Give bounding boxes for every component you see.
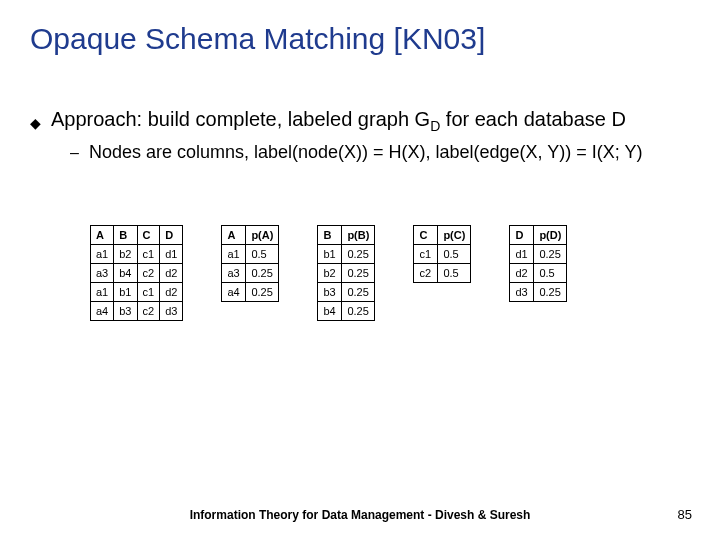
slide-footer: Information Theory for Data Management -… — [0, 508, 720, 522]
table-header: p(A) — [246, 226, 279, 245]
table-row: a40.25 — [222, 283, 279, 302]
table-cell: 0.25 — [342, 283, 375, 302]
table-cell: 0.25 — [342, 245, 375, 264]
table-row: a4b3c2d3 — [91, 302, 183, 321]
table-cell: 0.5 — [534, 264, 567, 283]
slide-title: Opaque Schema Matching [KN03] — [30, 22, 485, 56]
table-cell: d2 — [160, 264, 183, 283]
bullet-1-text: Approach: build complete, labeled graph … — [51, 108, 626, 134]
table-cell: 0.25 — [342, 302, 375, 321]
table-row: a3b4c2d2 — [91, 264, 183, 283]
table-cell: b1 — [114, 283, 137, 302]
table-cell: 0.5 — [438, 245, 471, 264]
table-cell: b2 — [114, 245, 137, 264]
table-cell: d1 — [510, 245, 534, 264]
table-cell: b3 — [114, 302, 137, 321]
table-cell: a1 — [91, 245, 114, 264]
prob-table-a: Ap(A)a10.5a30.25a40.25 — [221, 225, 279, 302]
bullet-1-subscript: D — [430, 118, 440, 134]
table-cell: c1 — [414, 245, 438, 264]
subbullet-1-text: Nodes are columns, label(node(X)) = H(X)… — [89, 142, 643, 163]
table-cell: d2 — [160, 283, 183, 302]
table-header: C — [137, 226, 160, 245]
table-cell: d3 — [510, 283, 534, 302]
table-cell: b4 — [114, 264, 137, 283]
bullet-1-pre: Approach: build complete, labeled graph … — [51, 108, 430, 130]
bullet-1-post: for each database D — [440, 108, 626, 130]
table-row: b40.25 — [318, 302, 375, 321]
table-header: A — [91, 226, 114, 245]
table-row: b20.25 — [318, 264, 375, 283]
table-cell: c1 — [137, 283, 160, 302]
table-cell: a3 — [91, 264, 114, 283]
table-cell: b4 — [318, 302, 342, 321]
table-row: d30.25 — [510, 283, 567, 302]
page-number: 85 — [678, 507, 692, 522]
dash-icon: – — [70, 144, 79, 162]
table-cell: b3 — [318, 283, 342, 302]
table-cell: 0.25 — [534, 245, 567, 264]
subbullet-1: – Nodes are columns, label(node(X)) = H(… — [70, 142, 642, 163]
table-header: p(C) — [438, 226, 471, 245]
table-cell: 0.25 — [342, 264, 375, 283]
table-cell: c2 — [137, 264, 160, 283]
prob-table-b: Bp(B)b10.25b20.25b30.25b40.25 — [317, 225, 375, 321]
main-data-table: ABCDa1b2c1d1a3b4c2d2a1b1c1d2a4b3c2d3 — [90, 225, 183, 321]
table-row: d10.25 — [510, 245, 567, 264]
table-header: D — [160, 226, 183, 245]
table-row: b10.25 — [318, 245, 375, 264]
table-cell: b2 — [318, 264, 342, 283]
table-cell: a4 — [91, 302, 114, 321]
diamond-icon: ◆ — [30, 116, 41, 130]
table-header: B — [318, 226, 342, 245]
table-header: B — [114, 226, 137, 245]
table-row: d20.5 — [510, 264, 567, 283]
tables-container: ABCDa1b2c1d1a3b4c2d2a1b1c1d2a4b3c2d3 Ap(… — [90, 225, 690, 321]
prob-table-c: Cp(C)c10.5c20.5 — [413, 225, 471, 283]
table-row: a30.25 — [222, 264, 279, 283]
table-header: D — [510, 226, 534, 245]
table-header: A — [222, 226, 246, 245]
table-header: C — [414, 226, 438, 245]
table-cell: a3 — [222, 264, 246, 283]
table-cell: c2 — [414, 264, 438, 283]
table-cell: 0.5 — [438, 264, 471, 283]
table-cell: b1 — [318, 245, 342, 264]
table-row: a10.5 — [222, 245, 279, 264]
prob-table-d: Dp(D)d10.25d20.5d30.25 — [509, 225, 567, 302]
table-cell: d3 — [160, 302, 183, 321]
table-cell: a1 — [222, 245, 246, 264]
table-cell: 0.5 — [246, 245, 279, 264]
table-cell: 0.25 — [246, 283, 279, 302]
table-cell: c2 — [137, 302, 160, 321]
bullet-1: ◆ Approach: build complete, labeled grap… — [30, 108, 626, 134]
table-cell: 0.25 — [534, 283, 567, 302]
table-cell: d1 — [160, 245, 183, 264]
table-row: a1b1c1d2 — [91, 283, 183, 302]
table-cell: a4 — [222, 283, 246, 302]
table-row: a1b2c1d1 — [91, 245, 183, 264]
table-row: c20.5 — [414, 264, 471, 283]
table-cell: a1 — [91, 283, 114, 302]
table-cell: c1 — [137, 245, 160, 264]
table-row: b30.25 — [318, 283, 375, 302]
table-row: c10.5 — [414, 245, 471, 264]
table-cell: 0.25 — [246, 264, 279, 283]
table-cell: d2 — [510, 264, 534, 283]
table-header: p(B) — [342, 226, 375, 245]
table-header: p(D) — [534, 226, 567, 245]
